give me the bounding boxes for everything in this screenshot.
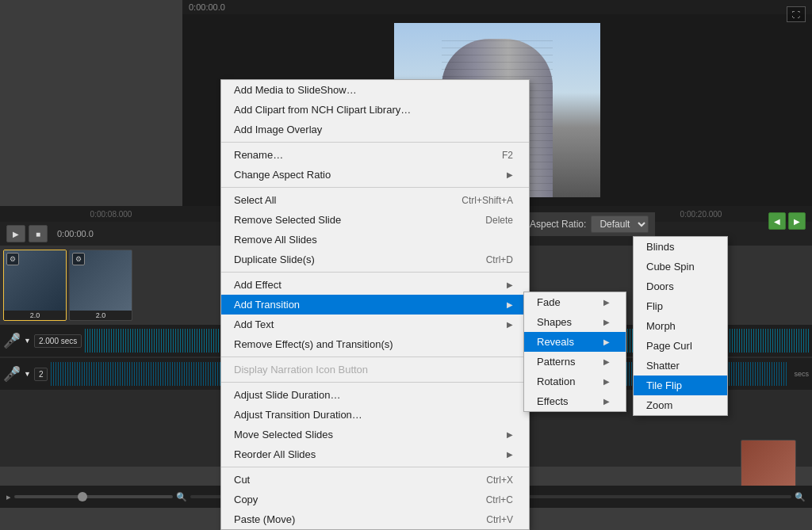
ctx-remove-selected[interactable]: Remove Selected Slide Delete (221, 210, 529, 230)
ctx-rename[interactable]: Rename… F2 (221, 145, 529, 165)
top-timecode-bar: 0:00:00.0 (182, 0, 812, 14)
ctx-adjust-slide[interactable]: Adjust Slide Duration… (221, 385, 529, 405)
ctx-select-all[interactable]: Select All Ctrl+Shift+A (221, 190, 529, 210)
ctx-cut[interactable]: Cut Ctrl+X (221, 470, 529, 490)
submenu-transition: Fade ▶ Shapes ▶ Reveals ▶ Patterns ▶ Rot… (523, 292, 626, 412)
ctx-sub-rotation[interactable]: Rotation ▶ (524, 372, 626, 391)
mic-icon-2: 🎤 (3, 365, 21, 383)
aspect-ratio-select[interactable]: Default 16:9 4:3 (591, 215, 649, 233)
audio-duration-badge-2: 2 (34, 368, 48, 381)
ctx-paste[interactable]: Paste (Move) Ctrl+V (221, 509, 529, 529)
ctx-sep-3 (221, 272, 529, 273)
ctx-copy[interactable]: Copy Ctrl+C (221, 490, 529, 509)
audio-duration-badge-1: 2.000 secs (34, 334, 82, 348)
zoom-track[interactable] (14, 495, 173, 498)
mic-icon: 🎤 (3, 332, 21, 349)
ctx-adjust-transition[interactable]: Adjust Transition Duration… (221, 405, 529, 425)
nav-arrows: ◀ ▶ (768, 212, 806, 230)
ctx-sub-effects[interactable]: Effects ▶ (524, 391, 626, 411)
current-timecode: 0:00:00.0 (57, 229, 94, 238)
slide-duration-2: 2.0 (70, 311, 132, 320)
secs-label: secs (794, 370, 809, 378)
ctx-blinds[interactable]: Blinds (634, 237, 727, 257)
slide-icon-1: ⚙ (6, 253, 19, 265)
aspect-ratio-bar: Aspect Ratio: Default 16:9 4:3 (523, 212, 655, 236)
ctx-change-aspect[interactable]: Change Aspect Ratio ▶ (221, 165, 529, 185)
ctx-move-slides[interactable]: Move Selected Slides ▶ (221, 425, 529, 444)
ctx-add-clipart[interactable]: Add Clipart from NCH Clipart Library… (221, 100, 529, 120)
ctx-reorder-slides[interactable]: Reorder All Slides ▶ (221, 444, 529, 464)
ctx-display-narration: Display Narration Icon Button (221, 360, 529, 379)
ctx-sep-2 (221, 187, 529, 188)
ctx-sub-patterns[interactable]: Patterns ▶ (524, 352, 626, 372)
ctx-add-text[interactable]: Add Text ▶ (221, 315, 529, 334)
ctx-duplicate[interactable]: Duplicate Slide(s) Ctrl+D (221, 250, 529, 269)
ctx-sep-1 (221, 142, 529, 143)
ctx-doors[interactable]: Doors (634, 276, 727, 296)
prev-arrow-button[interactable]: ◀ (768, 212, 786, 230)
ctx-sub-fade[interactable]: Fade ▶ (524, 292, 626, 312)
ctx-zoom[interactable]: Zoom (634, 395, 727, 415)
ctx-page-curl[interactable]: Page Curl (634, 336, 727, 356)
magnify-icon: 🔍 (176, 492, 187, 502)
submenu-reveals: Blinds Cube Spin Doors Flip Morph Page C… (633, 236, 728, 416)
slide-duration-1: 2.0 (4, 311, 66, 320)
slide-thumb-2[interactable]: ⚙ 2.0 (69, 250, 132, 321)
slide-icon-2: ⚙ (72, 253, 85, 265)
stop-button[interactable]: ■ (29, 225, 48, 242)
ctx-sep-4 (221, 357, 529, 357)
zoom-thumb[interactable] (78, 492, 87, 501)
magnify-icon-2: 🔍 (795, 492, 806, 502)
ctx-cube-spin[interactable]: Cube Spin (634, 257, 727, 276)
ctx-add-transition[interactable]: Add Transition ▶ (221, 295, 529, 315)
next-arrow-button[interactable]: ▶ (788, 212, 806, 230)
ctx-flip[interactable]: Flip (634, 296, 727, 316)
ctx-tile-flip[interactable]: Tile Flip (634, 376, 727, 395)
ctx-sep-5 (221, 382, 529, 383)
arrow-down-icon-2: ▼ (24, 370, 31, 378)
ctx-add-image-overlay[interactable]: Add Image Overlay (221, 120, 529, 139)
ctx-sep-6 (221, 467, 529, 467)
ctx-morph[interactable]: Morph (634, 316, 727, 336)
ctx-sub-reveals[interactable]: Reveals ▶ (524, 332, 626, 352)
aspect-ratio-label: Aspect Ratio: (530, 219, 586, 230)
zoom-out-icon[interactable]: ▸ (6, 492, 11, 502)
context-menu-main: Add Media to SlideShow… Add Clipart from… (220, 79, 530, 530)
ctx-remove-all[interactable]: Remove All Slides (221, 230, 529, 250)
ctx-add-media[interactable]: Add Media to SlideShow… (221, 80, 529, 100)
slide-thumb-1[interactable]: ⚙ 2.0 (3, 250, 67, 321)
ctx-remove-effects[interactable]: Remove Effect(s) and Transition(s) (221, 334, 529, 354)
play-button[interactable]: ▶ (6, 225, 25, 242)
ctx-shatter[interactable]: Shatter (634, 356, 727, 376)
ctx-sub-shapes[interactable]: Shapes ▶ (524, 312, 626, 332)
arrow-down-icon: ▼ (24, 337, 31, 345)
ctx-add-effect[interactable]: Add Effect ▶ (221, 275, 529, 295)
fullscreen-button[interactable]: ⛶ (787, 6, 806, 22)
